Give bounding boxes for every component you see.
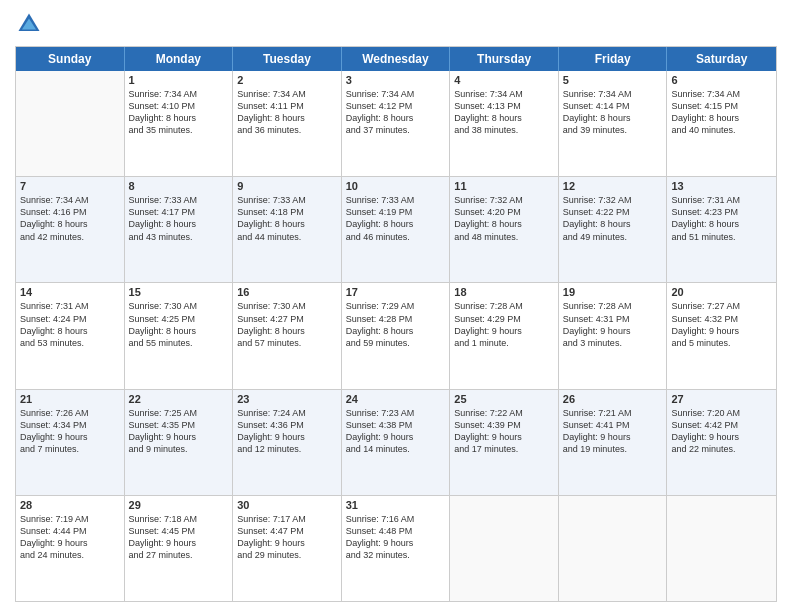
calendar-cell: 7Sunrise: 7:34 AM Sunset: 4:16 PM Daylig… (16, 177, 125, 282)
day-info: Sunrise: 7:19 AM Sunset: 4:44 PM Dayligh… (20, 513, 120, 562)
day-info: Sunrise: 7:18 AM Sunset: 4:45 PM Dayligh… (129, 513, 229, 562)
day-number: 4 (454, 74, 554, 86)
day-number: 7 (20, 180, 120, 192)
day-of-week-header: Wednesday (342, 47, 451, 71)
day-number: 16 (237, 286, 337, 298)
calendar-cell: 21Sunrise: 7:26 AM Sunset: 4:34 PM Dayli… (16, 390, 125, 495)
calendar-cell: 2Sunrise: 7:34 AM Sunset: 4:11 PM Daylig… (233, 71, 342, 176)
calendar-cell: 26Sunrise: 7:21 AM Sunset: 4:41 PM Dayli… (559, 390, 668, 495)
calendar-cell: 10Sunrise: 7:33 AM Sunset: 4:19 PM Dayli… (342, 177, 451, 282)
day-number: 11 (454, 180, 554, 192)
calendar-cell: 12Sunrise: 7:32 AM Sunset: 4:22 PM Dayli… (559, 177, 668, 282)
calendar-cell (16, 71, 125, 176)
calendar-cell: 15Sunrise: 7:30 AM Sunset: 4:25 PM Dayli… (125, 283, 234, 388)
day-number: 28 (20, 499, 120, 511)
day-info: Sunrise: 7:34 AM Sunset: 4:16 PM Dayligh… (20, 194, 120, 243)
calendar-cell: 17Sunrise: 7:29 AM Sunset: 4:28 PM Dayli… (342, 283, 451, 388)
calendar-cell: 22Sunrise: 7:25 AM Sunset: 4:35 PM Dayli… (125, 390, 234, 495)
day-info: Sunrise: 7:32 AM Sunset: 4:20 PM Dayligh… (454, 194, 554, 243)
day-number: 26 (563, 393, 663, 405)
day-number: 25 (454, 393, 554, 405)
day-number: 20 (671, 286, 772, 298)
day-number: 5 (563, 74, 663, 86)
calendar-cell: 3Sunrise: 7:34 AM Sunset: 4:12 PM Daylig… (342, 71, 451, 176)
day-number: 23 (237, 393, 337, 405)
day-number: 15 (129, 286, 229, 298)
day-info: Sunrise: 7:33 AM Sunset: 4:19 PM Dayligh… (346, 194, 446, 243)
logo (15, 10, 47, 38)
day-of-week-header: Tuesday (233, 47, 342, 71)
day-info: Sunrise: 7:34 AM Sunset: 4:14 PM Dayligh… (563, 88, 663, 137)
calendar-cell: 27Sunrise: 7:20 AM Sunset: 4:42 PM Dayli… (667, 390, 776, 495)
day-info: Sunrise: 7:27 AM Sunset: 4:32 PM Dayligh… (671, 300, 772, 349)
calendar-row: 1Sunrise: 7:34 AM Sunset: 4:10 PM Daylig… (16, 71, 776, 177)
day-of-week-header: Monday (125, 47, 234, 71)
day-info: Sunrise: 7:31 AM Sunset: 4:23 PM Dayligh… (671, 194, 772, 243)
day-of-week-header: Thursday (450, 47, 559, 71)
day-number: 13 (671, 180, 772, 192)
day-info: Sunrise: 7:17 AM Sunset: 4:47 PM Dayligh… (237, 513, 337, 562)
day-info: Sunrise: 7:34 AM Sunset: 4:10 PM Dayligh… (129, 88, 229, 137)
calendar-cell: 30Sunrise: 7:17 AM Sunset: 4:47 PM Dayli… (233, 496, 342, 601)
day-number: 6 (671, 74, 772, 86)
calendar-row: 14Sunrise: 7:31 AM Sunset: 4:24 PM Dayli… (16, 283, 776, 389)
day-of-week-header: Saturday (667, 47, 776, 71)
calendar-cell: 29Sunrise: 7:18 AM Sunset: 4:45 PM Dayli… (125, 496, 234, 601)
day-info: Sunrise: 7:24 AM Sunset: 4:36 PM Dayligh… (237, 407, 337, 456)
day-info: Sunrise: 7:34 AM Sunset: 4:11 PM Dayligh… (237, 88, 337, 137)
calendar-cell (559, 496, 668, 601)
calendar-row: 21Sunrise: 7:26 AM Sunset: 4:34 PM Dayli… (16, 390, 776, 496)
calendar-cell: 5Sunrise: 7:34 AM Sunset: 4:14 PM Daylig… (559, 71, 668, 176)
day-info: Sunrise: 7:32 AM Sunset: 4:22 PM Dayligh… (563, 194, 663, 243)
page: SundayMondayTuesdayWednesdayThursdayFrid… (0, 0, 792, 612)
day-info: Sunrise: 7:34 AM Sunset: 4:13 PM Dayligh… (454, 88, 554, 137)
header (15, 10, 777, 38)
day-info: Sunrise: 7:33 AM Sunset: 4:18 PM Dayligh… (237, 194, 337, 243)
calendar-cell: 1Sunrise: 7:34 AM Sunset: 4:10 PM Daylig… (125, 71, 234, 176)
calendar-header: SundayMondayTuesdayWednesdayThursdayFrid… (16, 47, 776, 71)
day-number: 22 (129, 393, 229, 405)
calendar-body: 1Sunrise: 7:34 AM Sunset: 4:10 PM Daylig… (16, 71, 776, 601)
calendar-cell: 14Sunrise: 7:31 AM Sunset: 4:24 PM Dayli… (16, 283, 125, 388)
day-info: Sunrise: 7:30 AM Sunset: 4:25 PM Dayligh… (129, 300, 229, 349)
calendar-cell: 19Sunrise: 7:28 AM Sunset: 4:31 PM Dayli… (559, 283, 668, 388)
calendar-cell: 11Sunrise: 7:32 AM Sunset: 4:20 PM Dayli… (450, 177, 559, 282)
day-number: 30 (237, 499, 337, 511)
day-number: 27 (671, 393, 772, 405)
day-number: 19 (563, 286, 663, 298)
calendar-cell (450, 496, 559, 601)
calendar-cell: 8Sunrise: 7:33 AM Sunset: 4:17 PM Daylig… (125, 177, 234, 282)
day-info: Sunrise: 7:31 AM Sunset: 4:24 PM Dayligh… (20, 300, 120, 349)
calendar-cell: 9Sunrise: 7:33 AM Sunset: 4:18 PM Daylig… (233, 177, 342, 282)
day-number: 29 (129, 499, 229, 511)
day-info: Sunrise: 7:34 AM Sunset: 4:15 PM Dayligh… (671, 88, 772, 137)
day-info: Sunrise: 7:28 AM Sunset: 4:31 PM Dayligh… (563, 300, 663, 349)
day-number: 1 (129, 74, 229, 86)
day-info: Sunrise: 7:20 AM Sunset: 4:42 PM Dayligh… (671, 407, 772, 456)
day-of-week-header: Sunday (16, 47, 125, 71)
calendar-cell: 6Sunrise: 7:34 AM Sunset: 4:15 PM Daylig… (667, 71, 776, 176)
day-number: 8 (129, 180, 229, 192)
calendar: SundayMondayTuesdayWednesdayThursdayFrid… (15, 46, 777, 602)
day-of-week-header: Friday (559, 47, 668, 71)
day-number: 14 (20, 286, 120, 298)
calendar-cell: 16Sunrise: 7:30 AM Sunset: 4:27 PM Dayli… (233, 283, 342, 388)
calendar-cell: 24Sunrise: 7:23 AM Sunset: 4:38 PM Dayli… (342, 390, 451, 495)
calendar-cell: 18Sunrise: 7:28 AM Sunset: 4:29 PM Dayli… (450, 283, 559, 388)
logo-icon (15, 10, 43, 38)
calendar-cell: 23Sunrise: 7:24 AM Sunset: 4:36 PM Dayli… (233, 390, 342, 495)
day-number: 24 (346, 393, 446, 405)
calendar-cell: 4Sunrise: 7:34 AM Sunset: 4:13 PM Daylig… (450, 71, 559, 176)
calendar-row: 7Sunrise: 7:34 AM Sunset: 4:16 PM Daylig… (16, 177, 776, 283)
day-info: Sunrise: 7:30 AM Sunset: 4:27 PM Dayligh… (237, 300, 337, 349)
calendar-cell: 25Sunrise: 7:22 AM Sunset: 4:39 PM Dayli… (450, 390, 559, 495)
day-number: 31 (346, 499, 446, 511)
day-number: 12 (563, 180, 663, 192)
day-number: 17 (346, 286, 446, 298)
calendar-cell (667, 496, 776, 601)
day-info: Sunrise: 7:28 AM Sunset: 4:29 PM Dayligh… (454, 300, 554, 349)
day-info: Sunrise: 7:25 AM Sunset: 4:35 PM Dayligh… (129, 407, 229, 456)
day-info: Sunrise: 7:16 AM Sunset: 4:48 PM Dayligh… (346, 513, 446, 562)
calendar-cell: 20Sunrise: 7:27 AM Sunset: 4:32 PM Dayli… (667, 283, 776, 388)
day-info: Sunrise: 7:29 AM Sunset: 4:28 PM Dayligh… (346, 300, 446, 349)
